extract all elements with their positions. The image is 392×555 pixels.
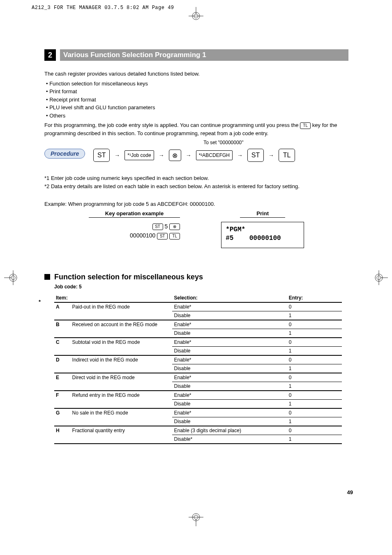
tl-key-icon: TL	[300, 122, 311, 129]
table-row: Disable1	[54, 399, 342, 408]
row-entry: 0	[287, 355, 342, 364]
row-letter: E	[54, 373, 71, 382]
section-title: Various Function Selection Programming 1	[60, 49, 348, 61]
arrow-right-icon: →	[184, 152, 193, 159]
intro-text: For this programming, the job code entry…	[44, 122, 300, 128]
intro-bullet-list: Function selection for miscellaneous key…	[44, 80, 348, 120]
print-line: #5 00000100	[226, 234, 300, 243]
row-entry: 0	[287, 391, 342, 400]
procedure-row: Procedure To set "00000000" ST → *¹Job c…	[44, 149, 348, 162]
row-selection: Enable*	[172, 320, 287, 329]
print-receipt: *PGM* #5 00000100	[221, 222, 304, 248]
row-letter: H	[54, 426, 71, 435]
table-row: HFractional quantity entryEnable (3 digi…	[54, 426, 342, 435]
table-row: FRefund entry in the REG modeEnable*0	[54, 391, 342, 400]
table-row: GNo sale in the REG modeEnable*0	[54, 408, 342, 417]
key-operation-heading: Key operation example	[89, 210, 180, 218]
row-selection: Enable*	[172, 355, 287, 364]
row-item: Paid-out in the REG mode	[71, 302, 173, 311]
bullet-item: Receipt print format	[46, 96, 348, 104]
table-row: BReceived on account in the REG modeEnab…	[54, 320, 342, 329]
row-entry: 1	[287, 311, 342, 320]
crop-mark-icon	[184, 7, 208, 23]
arrow-right-icon: →	[113, 152, 121, 159]
row-letter	[54, 399, 71, 408]
row-item: No sale in the REG mode	[71, 408, 173, 417]
row-entry: 1	[287, 329, 342, 338]
job-code-label: Job code: 5	[54, 284, 348, 290]
row-letter: F	[54, 391, 71, 400]
footnote-2: *2 Data entry details are listed on each…	[44, 182, 348, 191]
table-row: EDirect void in the REG modeEnable*0	[54, 373, 342, 382]
row-entry: 1	[287, 346, 342, 355]
table-row: CSubtotal void in the REG modeEnable*0	[54, 338, 342, 347]
function-table: Item: Selection: Entry: APaid-out in the…	[54, 294, 342, 444]
row-letter	[54, 329, 71, 338]
footnotes: *1 Enter job code using numeric keys spe…	[44, 174, 348, 190]
row-entry: 1	[287, 382, 342, 391]
row-letter	[54, 364, 71, 373]
table-row: APaid-out in the REG modeEnable*0	[54, 302, 342, 311]
crop-mark-icon	[371, 265, 388, 290]
section-header: 2 Various Function Selection Programming…	[44, 49, 348, 61]
row-entry: 0	[287, 373, 342, 382]
section-number: 2	[44, 49, 56, 61]
arrow-right-icon: →	[236, 152, 244, 159]
row-item	[71, 417, 173, 426]
table-row: Disable*1	[54, 435, 342, 444]
row-item	[71, 364, 173, 373]
asterisk-marker: *	[39, 299, 41, 305]
row-letter: A	[54, 302, 71, 311]
row-letter	[54, 382, 71, 391]
st-key-icon: ST	[247, 149, 264, 162]
abcdefgh-box: *²ABCDEFGH	[196, 150, 233, 160]
row-selection: Disable	[172, 399, 287, 408]
col-header-item: Item:	[54, 294, 172, 302]
table-row: Disable1	[54, 382, 342, 391]
row-entry: 0	[287, 320, 342, 329]
row-selection: Disable	[172, 417, 287, 426]
subsection-heading: Function selection for miscellaneous key…	[44, 273, 348, 281]
row-selection: Disable	[172, 364, 287, 373]
row-letter	[54, 346, 71, 355]
row-letter: D	[54, 355, 71, 364]
example-block: Example: When programming for job code 5…	[44, 201, 348, 248]
row-item	[71, 399, 173, 408]
row-selection: Disable	[172, 311, 287, 320]
row-entry: 0	[287, 408, 342, 417]
table-row: Disable1	[54, 329, 342, 338]
row-entry: 1	[287, 435, 342, 444]
table-row: Disable1	[54, 364, 342, 373]
intro-lead: The cash register provides various detai…	[44, 70, 348, 78]
row-item	[71, 435, 173, 444]
bullet-item: PLU level shift and GLU function paramet…	[46, 104, 348, 112]
procedure-label: Procedure	[44, 149, 85, 159]
row-entry: 0	[287, 426, 342, 435]
procedure-flow: To set "00000000" ST → *¹Job code → ⊗ → …	[93, 149, 295, 162]
row-selection: Enable (3 digits decimal place)	[172, 426, 287, 435]
row-item	[71, 346, 173, 355]
print-label: #5	[226, 235, 233, 242]
to-set-label: To set "00000000"	[203, 140, 243, 145]
print-heading: Print	[240, 210, 285, 218]
arrow-right-icon: →	[267, 152, 275, 159]
row-selection: Enable*	[172, 391, 287, 400]
st-key-icon: ST	[152, 223, 163, 230]
row-entry: 1	[287, 364, 342, 373]
st-key-icon: ST	[157, 233, 168, 240]
row-item: Refund entry in the REG mode	[71, 391, 173, 400]
row-item	[71, 311, 173, 320]
row-letter	[54, 311, 71, 320]
crop-mark-icon	[4, 265, 21, 290]
row-item: Fractional quantity entry	[71, 426, 173, 435]
keyop-num: 00000100	[130, 232, 155, 239]
print-value: 00000100	[249, 235, 281, 242]
crop-mark-icon	[184, 510, 208, 526]
col-header-selection: Selection:	[172, 294, 287, 302]
st-key-icon: ST	[93, 149, 110, 162]
table-row: Disable1	[54, 417, 342, 426]
bullet-item: Print format	[46, 88, 348, 96]
bullet-item: Others	[46, 112, 348, 120]
row-entry: 1	[287, 417, 342, 426]
row-item: Subtotal void in the REG mode	[71, 338, 173, 347]
